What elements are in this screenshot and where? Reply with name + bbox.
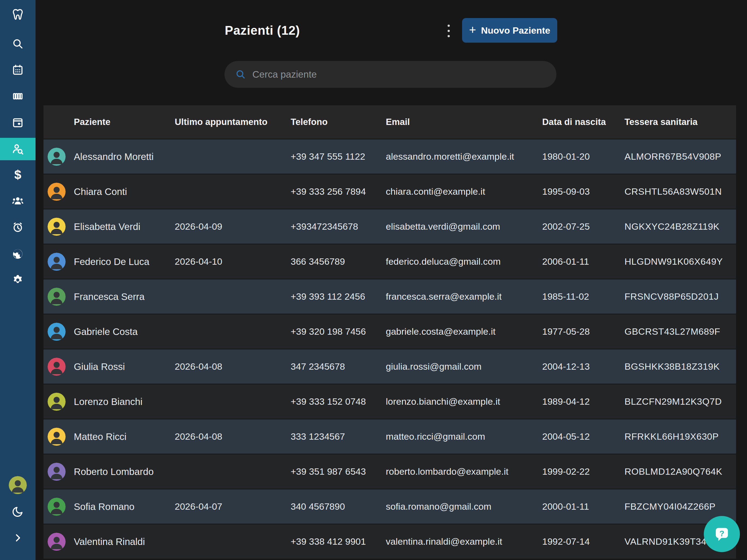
patients-table: Paziente Ultimo appuntamento Telefono Em… (44, 105, 736, 559)
patient-avatar (48, 393, 66, 411)
table-row[interactable]: Francesca Serra +39 393 112 2456 frances… (44, 279, 736, 314)
user-avatar (9, 476, 27, 494)
patient-phone: +39 347 555 1122 (291, 151, 386, 162)
table-row[interactable]: Alessandro Moretti +39 347 555 1122 ales… (44, 139, 736, 175)
column-header-ultimo-appuntamento: Ultimo appuntamento (175, 117, 291, 127)
patient-email: matteo.ricci@gmail.com (386, 431, 542, 442)
patient-avatar (48, 323, 66, 341)
patient-search-bar[interactable] (225, 61, 557, 88)
table-row[interactable]: Chiara Conti +39 333 256 7894 chiara.con… (44, 175, 736, 209)
patient-name: Sofia Romano (74, 501, 175, 512)
search-input[interactable] (252, 69, 548, 80)
patient-avatar (48, 428, 66, 446)
search-icon (11, 37, 24, 50)
patient-phone: 333 1234567 (291, 431, 386, 442)
patient-birth-date: 1985-11-02 (542, 291, 624, 302)
dollar-icon: $ (14, 169, 21, 181)
app-logo[interactable] (0, 4, 35, 26)
patient-health-card: FBZCMY04I04Z266P (624, 501, 736, 512)
table-row[interactable]: Matteo Ricci 2026-04-08 333 1234567 matt… (44, 419, 736, 455)
patient-name: Lorenzo Bianchi (74, 396, 175, 407)
patient-avatar (48, 533, 66, 551)
patient-health-card: ROBLMD12A90Q764K (624, 466, 736, 477)
sidebar-item-settings[interactable] (0, 269, 35, 291)
patient-health-card: CRSHTL56A83W501N (624, 186, 736, 197)
table-row[interactable]: Roberto Lombardo +39 351 987 6543 robert… (44, 455, 736, 489)
table-row[interactable]: Giulia Rossi 2026-04-08 347 2345678 giul… (44, 350, 736, 384)
patient-phone: 347 2345678 (291, 361, 386, 372)
table-row[interactable]: Gabriele Costa +39 320 198 7456 gabriele… (44, 314, 736, 350)
svg-text:?: ? (719, 529, 724, 538)
sidebar-item-board[interactable] (0, 85, 35, 107)
patient-email: federico.deluca@gmail.com (386, 256, 542, 267)
patient-birth-date: 1977-05-28 (542, 326, 624, 337)
more-options-button[interactable] (445, 22, 452, 40)
patient-birth-date: 1995-09-03 (542, 186, 624, 197)
patient-health-card: HLGDNW91K06X649Y (624, 256, 736, 267)
patient-birth-date: 1992-07-14 (542, 536, 624, 547)
page-title: Pazienti (12) (225, 23, 300, 38)
calendar-icon (11, 64, 24, 76)
table-row[interactable]: Valentina Rinaldi +39 338 412 9901 valen… (44, 525, 736, 559)
sidebar-item-staff[interactable] (0, 190, 35, 212)
patient-avatar (48, 498, 66, 516)
patient-health-card: BGSHKK38B18Z319K (624, 361, 736, 372)
column-header-tessera-sanitaria: Tessera sanitaria (624, 117, 736, 127)
gear-icon (11, 274, 24, 286)
column-header-paziente: Paziente (74, 117, 175, 127)
patient-birth-date: 2004-12-13 (542, 361, 624, 372)
patient-phone: +39 338 412 9901 (291, 536, 386, 547)
table-row[interactable]: Federico De Luca 2026-04-10 366 3456789 … (44, 245, 736, 279)
sidebar: $ (0, 0, 35, 560)
column-header-data-di-nascita: Data di nascita (542, 117, 624, 127)
help-button[interactable]: ? (704, 516, 740, 552)
new-patient-button[interactable]: + Nuovo Paziente (462, 18, 557, 43)
user-profile-button[interactable] (0, 474, 35, 496)
patient-phone: +393472345678 (291, 221, 386, 232)
patient-health-card: ALMORR67B54V908P (624, 151, 736, 162)
patient-avatar (48, 148, 66, 166)
patient-health-card: NGKXYC24B28Z119K (624, 221, 736, 232)
sidebar-item-appointments[interactable] (0, 111, 35, 134)
patient-avatar (48, 183, 66, 201)
table-header-row: Paziente Ultimo appuntamento Telefono Em… (44, 105, 736, 139)
patient-phone: +39 351 987 6543 (291, 466, 386, 477)
patient-name: Chiara Conti (74, 186, 175, 197)
patient-avatar (48, 463, 66, 481)
sidebar-collapse-button[interactable] (0, 527, 35, 549)
patient-health-card: GBCRST43L27M689F (624, 326, 736, 337)
patient-email: sofia.romano@gmail.com (386, 501, 542, 512)
table-body: Alessandro Moretti +39 347 555 1122 ales… (44, 139, 736, 559)
patient-email: giulia.rossi@gmail.com (386, 361, 542, 372)
sidebar-item-patients[interactable] (0, 138, 35, 160)
alarm-clock-icon (11, 221, 24, 233)
table-row[interactable]: Elisabetta Verdi 2026-04-09 +39347234567… (44, 209, 736, 245)
patient-birth-date: 2004-05-12 (542, 431, 624, 442)
sidebar-item-calendar[interactable] (0, 59, 35, 81)
patient-birth-date: 2006-01-11 (542, 256, 624, 267)
table-row[interactable]: Sofia Romano 2026-04-07 340 4567890 sofi… (44, 489, 736, 525)
column-header-email: Email (386, 117, 542, 127)
patient-birth-date: 2000-01-11 (542, 501, 624, 512)
patient-name: Elisabetta Verdi (74, 221, 175, 232)
patient-email: elisabetta.verdi@gmail.com (386, 221, 542, 232)
sidebar-item-search[interactable] (0, 32, 35, 55)
columns-board-icon (11, 90, 24, 103)
patient-birth-date: 1999-02-22 (542, 466, 624, 477)
moon-icon (11, 505, 24, 518)
patient-phone: +39 333 152 0748 (291, 396, 386, 407)
kebab-dot (447, 30, 450, 32)
sidebar-item-web[interactable] (0, 243, 35, 265)
kebab-dot (447, 25, 450, 27)
patient-health-card: BLZCFN29M12K3Q7D (624, 396, 736, 407)
dark-mode-toggle[interactable] (0, 501, 35, 523)
patient-phone: +39 393 112 2456 (291, 291, 386, 302)
patient-phone: +39 333 256 7894 (291, 186, 386, 197)
people-group-icon (11, 194, 25, 208)
new-patient-label: Nuovo Paziente (481, 25, 550, 36)
sidebar-item-reminders[interactable] (0, 216, 35, 238)
table-row[interactable]: Lorenzo Bianchi +39 333 152 0748 lorenzo… (44, 384, 736, 419)
patient-avatar (48, 218, 66, 236)
sidebar-item-billing[interactable]: $ (0, 163, 35, 186)
patient-avatar (48, 358, 66, 376)
